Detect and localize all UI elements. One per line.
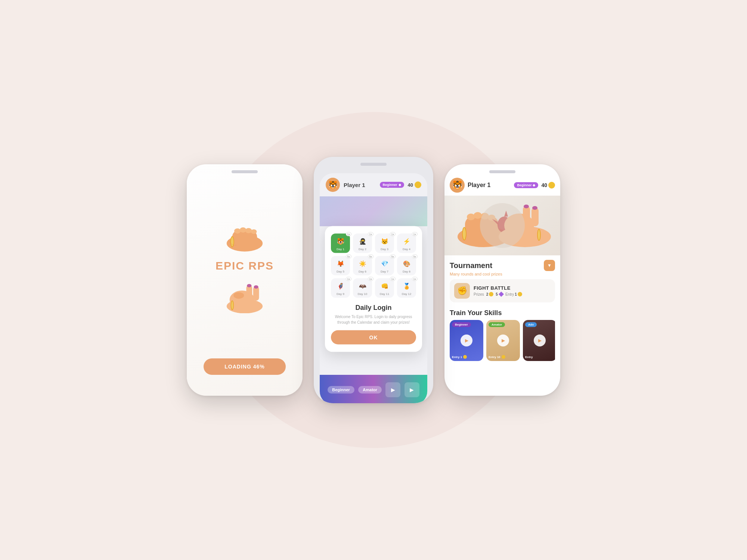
tournament-subtitle: Many rounds and cool prizes	[450, 272, 555, 276]
hands-container: EPIC RPS	[216, 181, 274, 351]
entry-item: Entry 1	[505, 292, 522, 296]
day-10-badge: 1x	[368, 277, 374, 281]
fight-card[interactable]: ✊ FIGHT BATTLE Prizes 2 5	[450, 279, 555, 302]
day-9-icon: 🦸	[335, 281, 346, 291]
daily-login-modal: 1x 🐯 Day 1 1x 🥷 Day 2 1x 😾 Day 3	[325, 226, 422, 352]
ok-button[interactable]: OK	[331, 330, 416, 345]
svg-point-2	[234, 228, 241, 234]
day-5-item[interactable]: 5x 🦊 Day 5	[331, 256, 350, 276]
day-10-label: Day 10	[358, 292, 367, 296]
skill-badge-beginner: Beginner	[452, 322, 471, 327]
svg-point-4	[245, 228, 252, 233]
day-6-label: Day 6	[359, 270, 366, 273]
video-play-icon-2[interactable]: ▶	[405, 382, 419, 397]
center-screen: 🐯 Player 1 Beginner ◆ 40	[320, 173, 427, 403]
skill-badge-adv: Adv	[525, 322, 537, 327]
day-2-badge: 1x	[368, 232, 374, 236]
bg-blur	[320, 196, 427, 226]
right-badge-label: Beginner	[517, 183, 531, 187]
right-player-name: Player 1	[468, 182, 511, 189]
tournament-header: Tournament ▼	[450, 260, 555, 271]
svg-point-18	[474, 212, 482, 219]
tournament-section: Tournament ▼ Many rounds and cool prizes…	[444, 255, 560, 305]
day-9-badge: 1x	[346, 277, 351, 281]
day-10-item[interactable]: 1x 🦇 Day 10	[353, 279, 372, 298]
left-screen: EPIC RPS	[187, 173, 303, 390]
phone-right: 🐯 Player 1 Beginner ◆ 40	[444, 164, 560, 396]
loading-label: LOADING 46%	[224, 364, 264, 370]
right-avatar: 🐯	[450, 178, 465, 193]
svg-point-33	[537, 229, 540, 240]
day-12-badge: 1x	[412, 277, 418, 281]
skill-play-beginner[interactable]: ▶	[461, 335, 472, 346]
video-play-icon[interactable]: ▶	[385, 382, 400, 397]
modal-title: Daily Login	[331, 304, 416, 312]
entry-coin-1	[463, 355, 467, 359]
skill-card-amator[interactable]: Amator ▶ Entry 10	[486, 320, 520, 361]
dropdown-arrow[interactable]: ▼	[544, 260, 555, 271]
skill-entry-amator: Entry 10	[489, 355, 505, 359]
day-4-item[interactable]: 1x ⚡ Day 4	[397, 234, 416, 253]
entry-cost: 1	[515, 292, 517, 296]
day-3-icon: 😾	[379, 236, 390, 246]
day-8-icon: 🎨	[402, 258, 412, 269]
day-8-label: Day 8	[403, 270, 410, 273]
day-7-badge: 5x	[390, 255, 396, 259]
fight-info: FIGHT BATTLE Prizes 2 5	[474, 285, 551, 296]
day-7-item[interactable]: 5x 💎 Day 7	[375, 256, 394, 276]
day-12-label: Day 12	[402, 292, 411, 296]
skills-section: Train Your Skills Beginner ▶ Entry 1 Ama…	[444, 305, 560, 364]
entry-coin-2	[502, 355, 505, 359]
skill-entry-beginner: Entry 1	[452, 355, 467, 359]
rock-hand-icon	[218, 218, 271, 252]
svg-point-13	[254, 285, 258, 289]
scissors-hand-icon	[218, 280, 271, 313]
phone-notch-left	[232, 170, 258, 173]
day-5-label: Day 5	[337, 270, 344, 273]
day-1-item[interactable]: 1x 🐯 Day 1	[331, 234, 350, 253]
coin-value: 40	[408, 182, 413, 188]
day-5-badge: 5x	[346, 255, 351, 259]
modal-description: Welcome To Epic RPS. Login to daily prog…	[331, 314, 416, 325]
day-9-item[interactable]: 1x 🦸 Day 9	[331, 279, 350, 298]
strip-badge-beginner: Beginner	[328, 386, 354, 393]
day-11-item[interactable]: 1x 👊 Day 11	[375, 279, 394, 298]
skill-play-adv[interactable]: ▶	[534, 335, 546, 346]
day-12-item[interactable]: 1x 🏅 Day 12	[397, 279, 416, 298]
center-coins: 40	[408, 181, 421, 188]
prize-coin-num: 2	[486, 292, 489, 296]
svg-point-6	[230, 237, 234, 247]
skill-play-amator[interactable]: ▶	[497, 335, 509, 346]
right-badge: Beginner ◆	[514, 182, 538, 188]
day-6-item[interactable]: 5x ☀️ Day 6	[353, 256, 372, 276]
day-6-badge: 5x	[368, 255, 374, 259]
day-4-badge: 1x	[412, 232, 418, 236]
day-1-label: Day 1	[337, 248, 344, 251]
fight-title: FIGHT BATTLE	[474, 285, 551, 291]
prize-coin-icon	[489, 292, 493, 296]
prize-coins-item: 2	[486, 292, 494, 296]
day-7-icon: 💎	[379, 258, 390, 269]
svg-point-3	[240, 227, 247, 233]
skill-card-advanced[interactable]: Adv ▶ Entry	[523, 320, 555, 361]
entry-label: Entry	[505, 292, 514, 296]
fight-prizes: Prizes 2 5 Entry	[474, 292, 551, 296]
right-top-bar: 🐯 Player 1 Beginner ◆ 40	[444, 173, 560, 196]
svg-point-31	[524, 205, 529, 208]
right-coin-icon	[548, 182, 555, 189]
day-2-icon: 🥷	[357, 236, 368, 246]
diamond-icon: ◆	[399, 183, 401, 187]
day-9-label: Day 9	[337, 292, 344, 296]
day-5-icon: 🦊	[335, 258, 346, 269]
day-8-item[interactable]: 5x 🎨 Day 8	[397, 256, 416, 276]
tournament-title: Tournament	[450, 261, 492, 270]
svg-rect-30	[531, 208, 539, 226]
day-3-item[interactable]: 1x 😾 Day 3	[375, 234, 394, 253]
day-2-item[interactable]: 1x 🥷 Day 2	[353, 234, 372, 253]
prize-diamond-icon	[499, 292, 504, 297]
day-10-icon: 🦇	[357, 281, 368, 291]
svg-rect-9	[246, 285, 252, 301]
skill-card-beginner[interactable]: Beginner ▶ Entry 1	[450, 320, 483, 361]
day-11-icon: 👊	[379, 281, 390, 291]
right-coin-value: 40	[541, 182, 547, 188]
